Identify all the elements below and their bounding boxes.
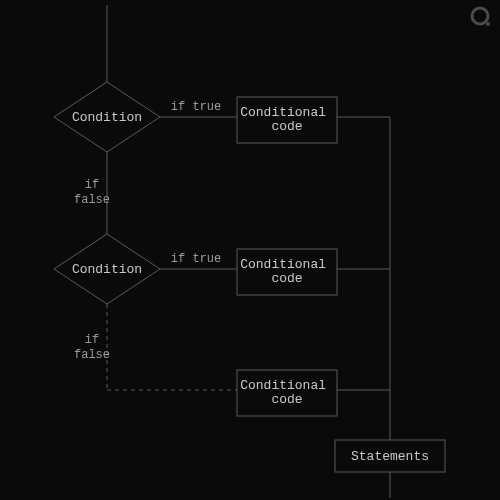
false-label-1-b: false — [74, 193, 110, 207]
true-label-2: if true — [171, 252, 221, 266]
statements-label: Statements — [351, 449, 429, 464]
svg-point-1 — [486, 22, 490, 26]
condition-1-label: Condition — [72, 110, 142, 125]
conditional-code-2-label: Conditional code — [240, 257, 334, 286]
false-label-2-b: false — [74, 348, 110, 362]
conditional-code-3-label: Conditional code — [240, 378, 334, 407]
false-label-2-a: if — [85, 333, 99, 347]
flowchart-diagram: Condition if true Conditional code if fa… — [0, 0, 500, 500]
true-label-1: if true — [171, 100, 221, 114]
watermark-icon — [472, 8, 490, 26]
false-label-1-a: if — [85, 178, 99, 192]
conditional-code-1-label: Conditional code — [240, 105, 334, 134]
svg-point-0 — [472, 8, 488, 24]
condition-2-label: Condition — [72, 262, 142, 277]
